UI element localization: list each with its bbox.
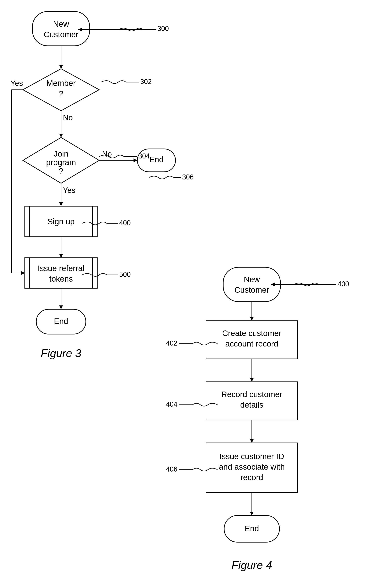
svg-marker-40 [250,317,254,321]
fig3-new-customer-label2: Customer [44,30,78,39]
svg-marker-33 [59,306,63,309]
fig3-no-label1: No [63,113,73,122]
ref-500: 500 [119,271,131,278]
fig4-record-label2: details [240,400,263,409]
fig4-caption: Figure 4 [232,559,272,571]
fig4-issue-label2: and associate with [219,462,285,471]
fig4-new-customer-label1: New [244,275,260,284]
fig3-join-q: ? [59,166,63,176]
fig3-end1-label: End [149,155,164,164]
ref-306: 306 [182,173,194,181]
fig3-end2-label: End [54,317,68,326]
svg-marker-13 [134,158,137,162]
fig4-record-label1: Record customer [221,390,282,399]
fig4-end-label: End [245,524,259,533]
fig3-referral-label1: Issue referral [38,264,84,273]
fig3-caption: Figure 3 [41,347,81,359]
svg-marker-9 [59,134,63,137]
svg-marker-23 [59,254,63,258]
fig3-yes-label: Yes [10,79,23,87]
ref-400-fig4: 400 [338,280,349,288]
ref-302: 302 [140,78,152,85]
fig4-create-label2: account record [225,339,278,348]
ref-402: 402 [166,339,177,347]
fig4-issue-label3: record [240,473,263,482]
fig3-member-q: ? [59,89,63,98]
fig4-create-label1: Create customer [222,329,281,338]
fig4-new-customer-label2: Customer [234,285,269,294]
fig4-issue-label1: Issue customer ID [219,452,284,461]
svg-marker-5 [59,65,63,69]
svg-marker-52 [250,512,254,515]
svg-rect-25 [25,258,97,288]
fig3-signup-label: Sign up [48,217,74,226]
diagram-container: 300 New Customer 302 Member ? Yes No 304… [0,0,388,588]
fig3-yes-label2: Yes [63,186,75,194]
ref-404: 404 [166,400,177,408]
fig3-join-label: Join [54,149,68,158]
fig3-new-customer-label: New [53,20,69,28]
fig3-join-label2: program [46,158,76,167]
svg-marker-44 [250,378,254,382]
fig3-no-label2: No [102,150,112,158]
svg-marker-48 [250,439,254,443]
fig3-referral-label2: tokens [49,274,73,283]
fig3-member-label: Member [46,79,76,88]
ref-300: 300 [157,25,169,32]
ref-400-fig3: 400 [119,219,131,227]
svg-marker-31 [21,271,25,275]
svg-marker-17 [59,202,63,206]
ref-406: 406 [166,465,177,473]
